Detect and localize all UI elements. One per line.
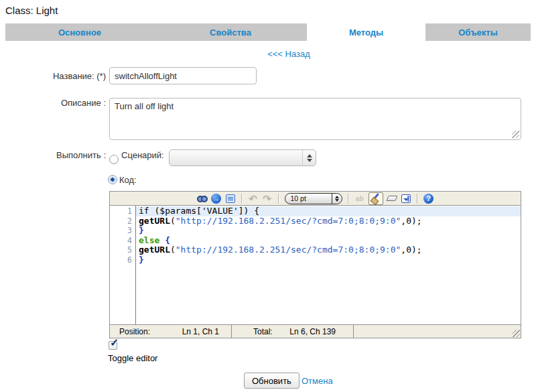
code-line: getURL("http://192.168.2.251/sec/?cmd=7:… [136,216,521,226]
go-to-line-icon[interactable]: → [211,192,222,204]
scenario-select[interactable] [169,149,316,166]
total-value: Ln 6, Ch 139 [289,327,336,336]
font-size-value: 10 pt [285,194,332,202]
tab-label: Свойства [210,27,251,38]
redo-icon[interactable]: ↷ [262,192,273,204]
description-text: Turn all off light [115,101,174,111]
status-position-section: Position: Ln 1, Ch 1 [110,325,232,338]
editor-body: 123456 if ($params['VALUE']) {getURL("ht… [110,206,521,324]
toolbar-separator [348,194,349,204]
tab-Объекты[interactable]: Объекты [425,23,531,41]
toggle-editor-checkbox[interactable]: ✓ [109,341,117,350]
code-line: } [136,255,521,265]
code-label: Код: [119,175,137,185]
code-line: else { [136,236,521,246]
line-number: 1 [110,206,132,216]
editor-status-bar: Position: Ln 1, Ch 1 Total: Ln 6, Ch 139 [110,324,521,338]
eraser-icon[interactable] [387,192,397,204]
cancel-link[interactable]: Отмена [302,376,333,386]
help-icon[interactable]: ? [423,192,434,204]
line-number-gutter: 123456 [110,206,136,324]
toolbar-separator [417,194,418,204]
back-link[interactable]: <<< Назад [267,49,310,59]
name-label: Название: (*) [0,71,106,81]
execute-label: Выполнить : [0,150,106,160]
line-number: 5 [110,245,132,255]
search-icon[interactable] [197,192,208,204]
line-number: 3 [110,226,132,236]
editor-resize-handle[interactable] [513,330,520,337]
status-total-section: Total: Ln 6, Ch 139 [232,325,354,338]
textarea-resize-handle[interactable] [512,131,519,138]
position-label: Position: [119,327,150,336]
code-line: if ($params['VALUE']) { [136,206,521,216]
page-title: Class: Light [5,5,58,16]
code-line: getURL("http://192.168.2.251/sec/?cmd=7:… [136,245,521,255]
line-number: 6 [110,255,132,265]
undo-icon[interactable]: ↶ [248,192,259,204]
tab-Свойства[interactable]: Свойства [154,23,307,41]
toggle-editor-label: Toggle editor [108,353,157,363]
scenario-radio[interactable] [109,155,119,164]
toolbar-separator [278,194,279,204]
checkmark-icon: ✓ [110,336,119,349]
line-number: 4 [110,236,132,246]
status-empty-section [354,325,521,338]
tab-label: Объекты [458,27,498,38]
editor-toolbar: → ↶ ↷ 10 pt ab ? [110,192,521,206]
reset-icon[interactable] [401,192,411,204]
name-input[interactable] [109,67,257,84]
description-label: Описание : [0,98,106,108]
tab-label: Основное [58,27,101,38]
class-method-page: Class: Light ОсновноеСвойстваМетодыОбъек… [0,0,536,392]
code-line: } [136,226,521,236]
code-area[interactable]: if ($params['VALUE']) {getURL("http://19… [136,206,521,324]
code-editor: → ↶ ↷ 10 pt ab ? 123456 if ($params['VAL… [109,191,521,338]
scenario-label: Сценарий: [121,150,164,160]
description-textarea[interactable]: Turn all off light [109,98,521,140]
submit-button[interactable]: Обновить [244,373,299,389]
toolbar-separator [241,194,243,204]
back-row: <<< Назад [0,49,536,59]
tab-bar: ОсновноеСвойстваМетодыОбъекты [5,23,531,41]
font-size-stepper-icon [332,194,342,204]
highlight-icon[interactable] [368,192,383,205]
spellcheck-icon[interactable]: ab [354,192,365,204]
tab-Основное[interactable]: Основное [5,23,154,41]
select-stepper-icon [302,150,316,166]
font-size-select[interactable]: 10 pt [285,193,342,204]
display-icon[interactable] [225,192,236,204]
line-number: 2 [110,216,132,226]
tab-label: Методы [349,27,383,38]
total-label: Total: [253,327,273,336]
tab-Методы[interactable]: Методы [307,23,425,41]
code-radio[interactable] [108,175,117,184]
position-value: Ln 1, Ch 1 [182,327,219,336]
